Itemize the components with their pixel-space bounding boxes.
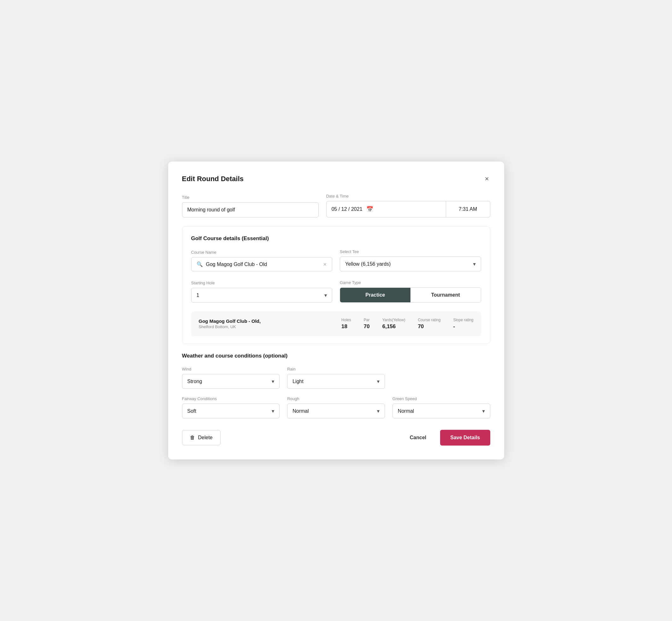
save-button[interactable]: Save Details — [440, 430, 490, 446]
wind-group: Wind Strong ▼ — [182, 367, 280, 389]
starting-hole-dropdown[interactable]: 1 — [191, 288, 333, 303]
course-name-search[interactable]: 🔍 Gog Magog Golf Club - Old ✕ — [191, 257, 333, 272]
stat-par-value: 70 — [364, 323, 370, 330]
green-speed-group: Green Speed Normal ▼ — [392, 396, 490, 418]
tournament-button[interactable]: Tournament — [411, 288, 481, 302]
course-section-title: Golf Course details (Essential) — [191, 236, 481, 242]
stat-course-rating-label: Course rating — [418, 318, 440, 322]
green-speed-label: Green Speed — [392, 396, 490, 401]
calendar-icon: 📅 — [366, 206, 373, 213]
select-tee-dropdown[interactable]: Yellow (6,156 yards) — [340, 256, 481, 272]
game-type-group: Game Type Practice Tournament — [340, 280, 481, 303]
course-info-card: Gog Magog Golf Club - Old, Shelford Bott… — [191, 312, 481, 336]
select-tee-wrapper: Yellow (6,156 yards) ▼ — [340, 256, 481, 272]
weather-section-title: Weather and course conditions (optional) — [182, 353, 490, 359]
course-info-stats: Holes 18 Par 70 Yards(Yellow) 6,156 Cour… — [341, 318, 473, 330]
hole-gametype-row: Starting Hole 1 ▼ Game Type Practice Tou… — [191, 280, 481, 303]
wind-label: Wind — [182, 367, 280, 371]
title-input[interactable] — [182, 202, 319, 217]
close-button[interactable]: × — [484, 174, 490, 184]
fairway-label: Fairway Conditions — [182, 396, 280, 401]
rough-label: Rough — [287, 396, 385, 401]
search-icon: 🔍 — [197, 261, 203, 267]
wind-rain-row: Wind Strong ▼ Rain Light ▼ — [182, 367, 490, 389]
course-info-location: Shelford Bottom, UK — [199, 324, 261, 329]
time-value: 7:31 AM — [459, 206, 477, 212]
rain-select-wrapper: Light ▼ — [287, 374, 385, 389]
footer-row: 🗑 Delete Cancel Save Details — [182, 430, 490, 446]
stat-holes-label: Holes — [341, 318, 351, 322]
stat-holes: Holes 18 — [341, 318, 351, 330]
course-name-group: Course Name 🔍 Gog Magog Golf Club - Old … — [191, 250, 333, 272]
stat-slope-rating: Slope rating - — [453, 318, 473, 330]
date-input[interactable]: 05 / 12 / 2021 📅 — [326, 201, 446, 217]
modal-title: Edit Round Details — [182, 175, 244, 183]
stat-yards-label: Yards(Yellow) — [382, 318, 406, 322]
select-tee-group: Select Tee Yellow (6,156 yards) ▼ — [340, 249, 481, 272]
datetime-label: Date & Time — [326, 194, 490, 199]
green-speed-select-wrapper: Normal ▼ — [392, 404, 490, 418]
stat-yards: Yards(Yellow) 6,156 — [382, 318, 406, 330]
rain-label: Rain — [287, 367, 385, 371]
clear-course-icon[interactable]: ✕ — [323, 262, 327, 267]
course-name-label: Course Name — [191, 250, 333, 255]
stat-course-rating: Course rating 70 — [418, 318, 440, 330]
footer-right: Cancel Save Details — [404, 430, 490, 446]
fairway-group: Fairway Conditions Soft ▼ — [182, 396, 280, 418]
fairway-select-wrapper: Soft ▼ — [182, 404, 280, 418]
rough-select[interactable]: Normal — [287, 404, 385, 418]
trash-icon: 🗑 — [190, 435, 195, 441]
course-tee-row: Course Name 🔍 Gog Magog Golf Club - Old … — [191, 249, 481, 272]
fairway-select[interactable]: Soft — [182, 404, 280, 418]
delete-label: Delete — [198, 435, 213, 441]
course-info-text: Gog Magog Golf Club - Old, Shelford Bott… — [199, 318, 261, 329]
edit-round-modal: Edit Round Details × Title Date & Time 0… — [168, 162, 504, 459]
green-speed-select[interactable]: Normal — [392, 404, 490, 418]
time-input[interactable]: 7:31 AM — [446, 201, 490, 217]
date-value: 05 / 12 / 2021 — [332, 206, 363, 212]
practice-button[interactable]: Practice — [340, 288, 411, 302]
datetime-group: Date & Time 05 / 12 / 2021 📅 7:31 AM — [326, 194, 490, 217]
stat-slope-rating-label: Slope rating — [453, 318, 473, 322]
fairway-rough-green-row: Fairway Conditions Soft ▼ Rough Normal ▼ — [182, 396, 490, 418]
starting-hole-wrapper: 1 ▼ — [191, 288, 333, 303]
select-tee-label: Select Tee — [340, 249, 481, 254]
starting-hole-group: Starting Hole 1 ▼ — [191, 281, 333, 303]
wind-select-wrapper: Strong ▼ — [182, 374, 280, 389]
stat-slope-rating-value: - — [453, 323, 455, 330]
weather-section: Weather and course conditions (optional)… — [182, 353, 490, 418]
date-time-wrapper: 05 / 12 / 2021 📅 7:31 AM — [326, 201, 490, 217]
title-datetime-row: Title Date & Time 05 / 12 / 2021 📅 7:31 … — [182, 194, 490, 217]
title-group: Title — [182, 195, 319, 217]
game-type-toggle: Practice Tournament — [340, 287, 481, 303]
rough-group: Rough Normal ▼ — [287, 396, 385, 418]
wind-select[interactable]: Strong — [182, 374, 280, 389]
stat-par-label: Par — [364, 318, 370, 322]
stat-yards-value: 6,156 — [382, 323, 396, 330]
course-section: Golf Course details (Essential) Course N… — [182, 226, 490, 344]
stat-course-rating-value: 70 — [418, 323, 424, 330]
rain-group: Rain Light ▼ — [287, 367, 385, 389]
modal-header: Edit Round Details × — [182, 174, 490, 184]
title-label: Title — [182, 195, 319, 200]
starting-hole-label: Starting Hole — [191, 281, 333, 285]
stat-par: Par 70 — [364, 318, 370, 330]
cancel-button[interactable]: Cancel — [404, 430, 432, 445]
course-info-name: Gog Magog Golf Club - Old, — [199, 318, 261, 324]
rough-select-wrapper: Normal ▼ — [287, 404, 385, 418]
stat-holes-value: 18 — [341, 323, 347, 330]
game-type-label: Game Type — [340, 280, 481, 285]
delete-button[interactable]: 🗑 Delete — [182, 430, 220, 445]
course-name-value: Gog Magog Golf Club - Old — [206, 261, 320, 267]
rain-select[interactable]: Light — [287, 374, 385, 389]
